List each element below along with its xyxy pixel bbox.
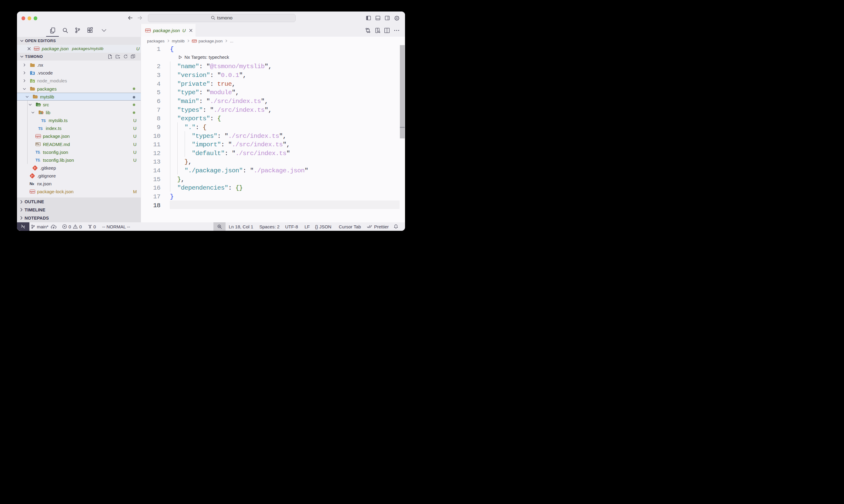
svg-text:</>: </> <box>37 105 40 107</box>
svg-text:TS: TS <box>38 126 43 130</box>
svg-text:JS: JS <box>32 81 34 83</box>
svg-text:TS: TS <box>41 119 46 123</box>
